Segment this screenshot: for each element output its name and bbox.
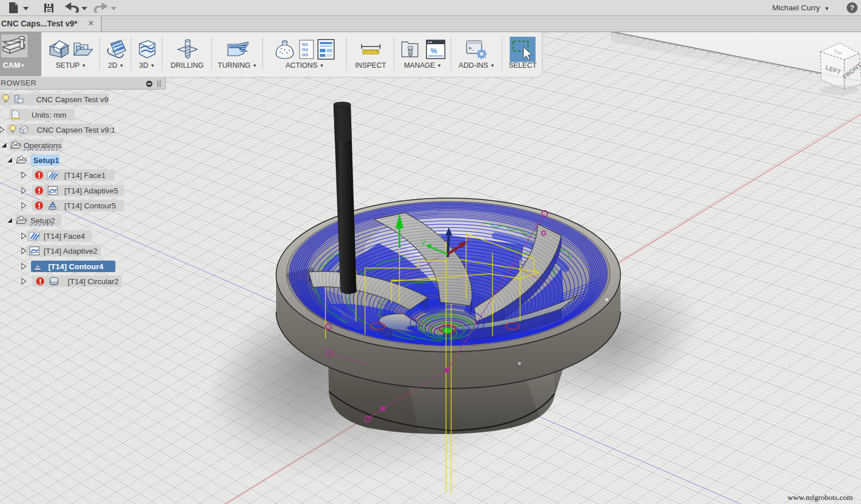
svg-text:>_: >_ [468,46,475,52]
svg-text:G1: G1 [302,42,308,47]
svg-text:[T14] Contour4: [T14] Contour4 [48,262,103,271]
svg-text:[T14] Circular2: [T14] Circular2 [68,277,119,286]
svg-text:X: X [467,236,471,242]
svg-text:G3: G3 [302,52,308,57]
svg-text:Operations: Operations [24,141,61,150]
svg-text:Units: mm: Units: mm [32,111,67,119]
svg-text:V: V [421,240,425,246]
svg-text:%: % [430,46,437,55]
svg-text:Setup1: Setup1 [33,156,60,165]
svg-text:CNC Capsen Test v9: CNC Capsen Test v9 [36,95,108,104]
svg-text:Setup2: Setup2 [30,216,55,225]
svg-text:www.mfgrobots.com: www.mfgrobots.com [788,493,853,502]
svg-text:CNC Capsen Test v9:1: CNC Capsen Test v9:1 [37,126,115,134]
svg-text:[T14] Adaptive2: [T14] Adaptive2 [44,247,98,255]
svg-text:[T14] Adaptive5: [T14] Adaptive5 [64,187,118,195]
svg-text:[T14] Contour5: [T14] Contour5 [64,201,116,210]
svg-text:G2: G2 [302,47,308,52]
svg-text:[T14] Face1: [T14] Face1 [64,171,106,180]
svg-text:[T14] Face4: [T14] Face4 [44,232,86,241]
